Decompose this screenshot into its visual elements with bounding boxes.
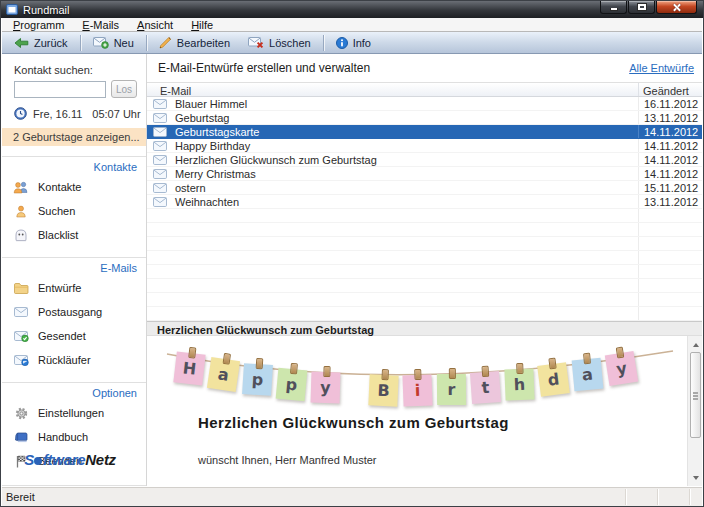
email-row[interactable]: Happy Birthday14.11.2012 <box>147 139 702 153</box>
minimize-button[interactable] <box>600 1 627 14</box>
email-row[interactable]: Merry Christmas14.11.2012 <box>147 167 702 181</box>
banner-card: h <box>504 368 534 400</box>
sidebar-item-rcklufer[interactable]: Rückläufer <box>2 348 146 372</box>
search-go-button[interactable]: Los <box>111 80 137 98</box>
email-date: 13.11.2012 <box>638 195 702 208</box>
email-name: ostern <box>175 182 206 194</box>
scroll-down-button[interactable] <box>689 471 702 484</box>
sidebar-item-label: Entwürfe <box>38 282 81 294</box>
app-icon <box>6 4 18 15</box>
info-button[interactable]: Info <box>327 35 380 51</box>
envelope-icon <box>153 155 167 165</box>
window-title: Rundmail <box>23 4 69 16</box>
sidebar-item-gesendet[interactable]: Gesendet <box>2 324 146 348</box>
email-name: Geburtstag <box>175 112 229 124</box>
delete-mail-button[interactable]: Löschen <box>239 35 320 51</box>
logo-text-suffix: Netz <box>85 451 115 468</box>
status-text: Bereit <box>6 491 35 503</box>
toolbar-label: Info <box>353 37 371 49</box>
toolbar: ZurückNeuBearbeitenLöschenInfo <box>2 32 702 54</box>
current-time: 05:07 Uhr <box>92 108 140 120</box>
column-header-date[interactable]: Geändert <box>643 85 689 97</box>
maximize-icon <box>638 4 646 10</box>
sidebar-item-label: Kontakte <box>38 181 81 193</box>
email-date: 16.11.2012 <box>638 97 702 110</box>
book-icon <box>13 431 29 443</box>
scrollbar-thumb[interactable] <box>690 352 701 438</box>
email-name: Merry Christmas <box>175 168 256 180</box>
edit-icon <box>159 37 172 49</box>
toolbar-label: Neu <box>114 37 134 49</box>
envelope-icon <box>153 99 167 109</box>
banner-card: d <box>537 363 570 397</box>
page-title: E-Mail-Entwürfe erstellen und verwalten <box>158 61 370 75</box>
email-row[interactable]: Geburtstagskarte14.11.2012 <box>147 125 702 139</box>
sidebar-item-entwrfe[interactable]: Entwürfe <box>2 276 146 300</box>
sidebar-item-label: Gesendet <box>38 330 86 342</box>
sidebar-item-blacklist[interactable]: Blacklist <box>2 223 146 247</box>
banner-card: y <box>311 372 341 404</box>
logo-text-middle: ftware <box>43 451 85 468</box>
banner-card: B <box>368 374 398 406</box>
sidebar-item-label: Suchen <box>38 205 75 217</box>
email-row[interactable]: Herzlichen Glückwunsch zum Geburtstag14.… <box>147 153 702 167</box>
sidebar-item-label: Handbuch <box>38 431 88 443</box>
envelope-icon <box>153 141 167 151</box>
maximize-button[interactable] <box>628 1 655 14</box>
menu-programm[interactable]: Programm <box>4 18 73 31</box>
ghost-icon <box>13 229 29 242</box>
sidebar-item-label: Blacklist <box>38 229 78 241</box>
empty-row <box>147 223 702 237</box>
email-row[interactable]: ostern15.11.2012 <box>147 181 702 195</box>
menu-bar: ProgrammE-MailsAnsichtHilfe <box>2 18 702 32</box>
email-row[interactable]: Blauer Himmel16.11.2012 <box>147 97 702 111</box>
sidebar-item-postausgang[interactable]: Postausgang <box>2 300 146 324</box>
status-bar: Bereit <box>2 487 702 506</box>
close-button[interactable] <box>656 1 697 14</box>
email-date: 13.11.2012 <box>638 111 702 124</box>
menu-ansicht[interactable]: Ansicht <box>128 18 182 31</box>
envelope-icon <box>153 183 167 193</box>
app-window: Rundmail ProgrammE-MailsAnsichtHilfe Zur… <box>0 0 704 507</box>
preview-scrollbar[interactable] <box>687 336 702 486</box>
envelope-sent-icon <box>13 331 29 342</box>
email-name: Geburtstagskarte <box>175 126 259 138</box>
banner-card: y <box>605 351 638 386</box>
sidebar-item-handbuch[interactable]: Handbuch <box>2 425 146 449</box>
sidebar-item-label: Postausgang <box>38 306 102 318</box>
scroll-up-button[interactable] <box>689 338 702 351</box>
contact-search-input[interactable] <box>14 81 106 98</box>
email-date: 14.11.2012 <box>638 139 702 152</box>
empty-row <box>147 293 702 307</box>
gear-icon <box>13 407 29 420</box>
column-header-email[interactable]: E-Mail <box>160 85 191 97</box>
email-row[interactable]: Weihnachten13.11.2012 <box>147 195 702 209</box>
new-mail-button[interactable]: Neu <box>84 35 143 51</box>
banner-card: H <box>173 351 205 385</box>
back-icon <box>14 37 29 49</box>
sidebar-item-suchen[interactable]: Suchen <box>2 199 146 223</box>
menu-emails[interactable]: E-Mails <box>73 18 128 31</box>
clock-icon <box>14 107 27 120</box>
email-name: Happy Birthday <box>175 140 250 152</box>
envelope-icon <box>153 197 167 207</box>
envelope-bounce-icon <box>13 355 29 366</box>
sidebar-item-kontakte[interactable]: Kontakte <box>2 175 146 199</box>
empty-row <box>147 251 702 265</box>
all-drafts-link[interactable]: Alle Entwürfe <box>629 62 694 74</box>
empty-row <box>147 237 702 251</box>
logo-text-prefix: S <box>24 451 34 468</box>
main-panel: E-Mail-Entwürfe erstellen und verwalten … <box>147 54 702 486</box>
current-date: Fre, 16.11 <box>33 108 82 120</box>
birthday-notice[interactable]: 2 Geburtstage anzeigen... <box>2 128 146 146</box>
back-button[interactable]: Zurück <box>5 35 77 51</box>
email-row[interactable]: Geburtstag13.11.2012 <box>147 111 702 125</box>
scroll-down-icon <box>693 476 699 480</box>
email-list: Blauer Himmel16.11.2012Geburtstag13.11.2… <box>147 97 702 321</box>
section-title-kontakte: Kontakte <box>2 157 146 175</box>
edit-button[interactable]: Bearbeiten <box>150 35 239 51</box>
menu-hilfe[interactable]: Hilfe <box>182 18 222 31</box>
sidebar-item-einstellungen[interactable]: Einstellungen <box>2 401 146 425</box>
email-date: 15.11.2012 <box>638 181 702 194</box>
section-title-optionen: Optionen <box>2 383 146 401</box>
